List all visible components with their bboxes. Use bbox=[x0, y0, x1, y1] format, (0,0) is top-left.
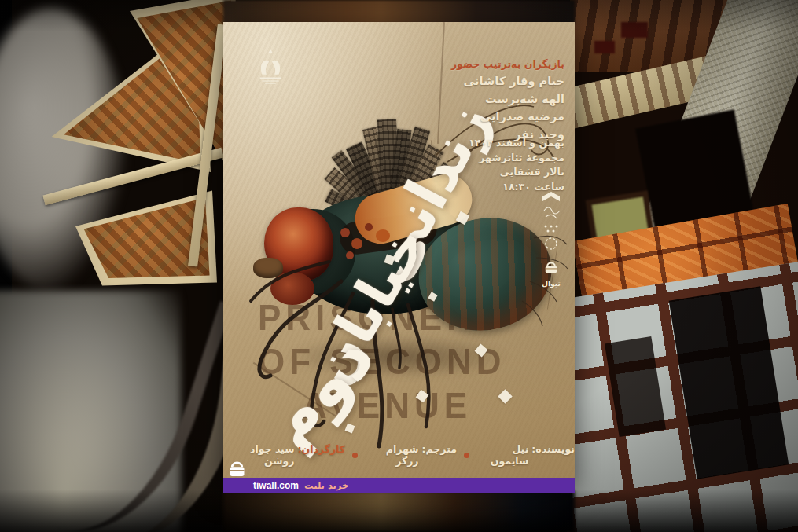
writer-label: نویسنده: bbox=[531, 443, 575, 467]
tiwall-basket-icon bbox=[542, 260, 561, 274]
buy-ticket-label: خرید بلیت bbox=[304, 480, 348, 491]
tiwall-basket-icon bbox=[226, 460, 248, 479]
cast-heading: بازیگران به‌ترتیب حضور bbox=[451, 57, 564, 72]
bullet-icon bbox=[464, 453, 469, 458]
sponsor-logos: تیوال bbox=[537, 189, 565, 288]
schedule-block: بهمن و اسفند ۱۴۰۴ مجموعهٔ تئاترشهر تالار… bbox=[469, 136, 564, 194]
screenshot: PRISONER OF SECOND AVENUE bbox=[0, 0, 798, 532]
writer-name: نیل سایمون bbox=[476, 443, 529, 467]
schedule-hall: تالار قشقایی bbox=[469, 165, 564, 180]
cast-name: مرضیه صدرایی bbox=[451, 108, 564, 126]
translator-label: مترجم: bbox=[422, 443, 457, 467]
bullet-icon bbox=[352, 453, 358, 458]
cast-list: بازیگران به‌ترتیب حضور خیام وقار کاشانی … bbox=[451, 57, 564, 143]
arts-center-logo-icon bbox=[539, 189, 563, 255]
cast-name: الهه شه‌پرست bbox=[451, 90, 564, 108]
tiwall-url: tiwall.com bbox=[253, 480, 299, 491]
director-label: کارگردان: bbox=[298, 443, 346, 467]
schedule-venue: مجموعهٔ تئاترشهر bbox=[469, 151, 564, 166]
tiwall-label: تیوال bbox=[542, 280, 561, 288]
ticket-banner: tiwall.com خرید بلیت bbox=[223, 478, 575, 493]
theater-poster: PRISONER OF SECOND AVENUE bbox=[223, 22, 575, 493]
cast-name: خیام وقار کاشانی bbox=[451, 72, 564, 90]
schedule-dates: بهمن و اسفند ۱۴۰۴ bbox=[469, 136, 564, 151]
peacock-emblem-icon bbox=[253, 47, 288, 91]
credits-row: نویسنده: نیل سایمون مترجم: شهرام زرگر کا… bbox=[223, 443, 575, 467]
translator-name: شهرام زرگر bbox=[365, 443, 419, 467]
